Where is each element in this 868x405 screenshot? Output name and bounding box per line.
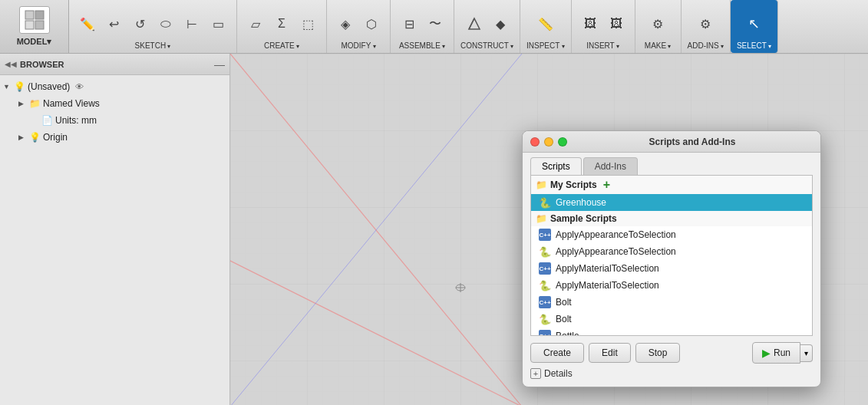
script-label-apply-material-py: ApplyMaterialToSelection	[556, 280, 659, 291]
tree-arrow-named-views: ▶	[18, 100, 26, 107]
dialog-buttons-row: Create Edit Stop ▶ Run ▾	[530, 342, 813, 364]
tree-item-named-views[interactable]: ▶ 📁 Named Views	[0, 95, 229, 112]
construct-label[interactable]: CONSTRUCT	[460, 41, 513, 50]
create-button[interactable]: Create	[530, 343, 584, 363]
details-expand-btn[interactable]: +	[530, 368, 541, 379]
svg-rect-1	[35, 11, 44, 19]
visibility-icon-unsaved[interactable]: 👁	[75, 82, 84, 91]
browser-collapse-arrow[interactable]: ◀◀	[5, 60, 17, 68]
python-icon-3: 🐍	[539, 313, 551, 325]
script-item-apply-material-cpp[interactable]: C++ ApplyMaterialToSelection	[531, 260, 812, 277]
modify-section: ◈ ⬡ MODIFY	[327, 0, 391, 53]
tree-item-units[interactable]: ▶ 📄 Units: mm	[0, 112, 229, 129]
cpp-icon-4: C++	[539, 330, 551, 336]
close-button[interactable]	[530, 137, 540, 147]
tree-icon-named-views: 📁	[28, 98, 41, 109]
my-scripts-header: 📁 My Scripts +	[531, 176, 812, 194]
sketch-icon-5[interactable]: ⊢	[180, 12, 204, 36]
run-button[interactable]: ▶ Run	[752, 342, 800, 364]
inspect-section: 📏 INSPECT	[520, 0, 572, 53]
create-section: ▱ Σ ⬚ CREATE	[237, 0, 327, 53]
create-label[interactable]: CREATE	[264, 41, 299, 50]
modify-icon-2[interactable]: ⬡	[359, 12, 384, 36]
sketch-icon-3[interactable]: ↺	[127, 12, 152, 36]
toolbar: MODEL▾ ✏️ ↩ ↺ ⬭ ⊢ ▭ SKETCH ▱ Σ ⬚ CREATE …	[0, 0, 868, 54]
tree-icon-origin: 💡	[28, 132, 41, 143]
browser-minimize-btn[interactable]: —	[214, 58, 225, 71]
script-item-greenhouse[interactable]: 🐍 Greenhouse	[531, 194, 812, 211]
insert-icon-2[interactable]: 🖼	[604, 12, 629, 36]
script-item-apply-appearance-cpp[interactable]: C++ ApplyAppearanceToSelection	[531, 226, 812, 243]
tab-addins[interactable]: Add-Ins	[583, 157, 638, 175]
script-item-bolt-cpp[interactable]: C++ Bolt	[531, 294, 812, 311]
tree-icon-units: 📄	[41, 115, 53, 126]
browser-title: BROWSER	[20, 60, 211, 69]
assemble-icon-2[interactable]: 〜	[423, 12, 447, 36]
tree-item-unsaved[interactable]: ▼ 💡 (Unsaved) 👁	[0, 78, 229, 95]
minimize-button[interactable]	[544, 137, 553, 147]
sketch-label[interactable]: SKETCH	[135, 41, 171, 50]
tree-label-origin: Origin	[43, 132, 68, 143]
add-script-button[interactable]: +	[603, 178, 610, 192]
script-item-bolt-py[interactable]: 🐍 Bolt	[531, 311, 812, 328]
modify-label[interactable]: MODIFY	[341, 41, 375, 50]
sketch-icon-6[interactable]: ▭	[206, 12, 230, 36]
make-icon-1[interactable]: ⚙	[645, 12, 670, 36]
run-triangle-icon: ▶	[762, 347, 771, 359]
run-dropdown-button[interactable]: ▾	[800, 344, 813, 362]
python-icon-1: 🐍	[539, 245, 551, 258]
edit-button[interactable]: Edit	[589, 343, 631, 363]
modify-icon-1[interactable]: ◈	[333, 12, 358, 36]
select-label[interactable]: SELECT	[737, 41, 771, 50]
create-icon-1[interactable]: ▱	[243, 12, 268, 36]
browser-header: ◀◀ BROWSER —	[0, 54, 229, 75]
make-label[interactable]: MAKE	[645, 41, 672, 50]
select-section: ↖ SELECT	[731, 0, 778, 53]
maximize-button[interactable]	[558, 137, 567, 147]
inspect-icon-1[interactable]: 📏	[533, 12, 558, 36]
make-section: ⚙ MAKE	[635, 0, 682, 53]
sketch-icon-4[interactable]: ⬭	[153, 12, 178, 36]
construct-icon-1[interactable]	[462, 12, 487, 36]
svg-rect-0	[25, 11, 34, 19]
script-item-apply-appearance-py[interactable]: 🐍 ApplyAppearanceToSelection	[531, 243, 812, 260]
stop-button[interactable]: Stop	[635, 343, 681, 363]
tab-scripts[interactable]: Scripts	[530, 157, 582, 175]
model-menu[interactable]: MODEL▾	[0, 0, 69, 53]
svg-line-5	[469, 18, 474, 29]
dialog-body: 📁 My Scripts + 🐍 Greenhouse 📁 Sample Scr…	[523, 175, 820, 387]
insert-label[interactable]: INSERT	[586, 41, 619, 50]
sketch-icon-2[interactable]: ↩	[101, 12, 126, 36]
model-label: MODEL▾	[17, 37, 52, 47]
insert-icon-1[interactable]: 🖼	[578, 12, 602, 36]
assemble-icon-1[interactable]: ⊟	[397, 12, 421, 36]
cpp-icon-1: C++	[539, 229, 551, 241]
script-label-bottle-cpp: Bottle	[556, 331, 579, 336]
assemble-label[interactable]: ASSEMBLE	[399, 41, 445, 50]
sketch-icon-1[interactable]: ✏️	[75, 12, 100, 36]
addins-icon-1[interactable]: ⚙	[693, 12, 718, 36]
addins-label[interactable]: ADD-INS	[688, 41, 724, 50]
script-item-apply-material-py[interactable]: 🐍 ApplyMaterialToSelection	[531, 277, 812, 294]
construct-icon-2[interactable]: ◆	[488, 12, 513, 36]
scripts-dialog: Scripts and Add-Ins Scripts Add-Ins 📁 My…	[522, 130, 821, 387]
select-icon[interactable]: ↖	[742, 12, 767, 36]
tree-icon-unsaved: 💡	[13, 81, 25, 92]
svg-rect-3	[35, 21, 44, 29]
tree-label-units: Units: mm	[55, 115, 97, 126]
addins-section: ⚙ ADD-INS	[682, 0, 731, 53]
sketch-section: ✏️ ↩ ↺ ⬭ ⊢ ▭ SKETCH	[69, 0, 237, 53]
insert-section: 🖼 🖼 INSERT	[572, 0, 635, 53]
create-icon-2[interactable]: Σ	[269, 12, 294, 36]
tree-arrow-origin: ▶	[18, 133, 26, 141]
script-item-bottle-cpp[interactable]: C++ Bottle	[531, 328, 812, 336]
details-label[interactable]: Details	[544, 368, 573, 379]
create-icon-3[interactable]: ⬚	[295, 12, 320, 36]
dialog-title: Scripts and Add-Ins	[572, 137, 813, 147]
scripts-list[interactable]: 📁 My Scripts + 🐍 Greenhouse 📁 Sample Scr…	[530, 175, 813, 336]
construct-section: ◆ CONSTRUCT	[454, 0, 520, 53]
inspect-label[interactable]: INSPECT	[526, 41, 565, 50]
sample-scripts-folder-icon: 📁	[536, 213, 547, 224]
script-label-bolt-py: Bolt	[556, 314, 572, 324]
tree-item-origin[interactable]: ▶ 💡 Origin	[0, 129, 229, 146]
